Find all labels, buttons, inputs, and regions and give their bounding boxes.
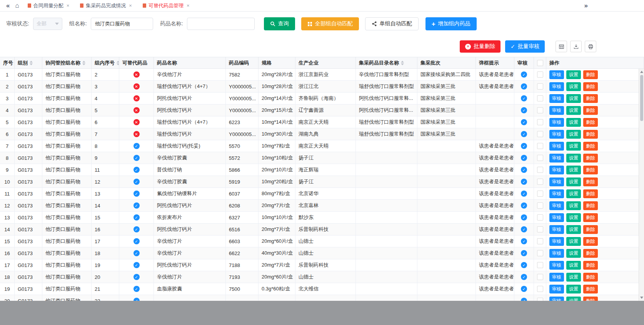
print-icon[interactable]: [585, 41, 596, 52]
row-audit-button[interactable]: 审核: [549, 273, 564, 282]
row-setting-button[interactable]: 设置: [566, 94, 581, 103]
row-delete-button[interactable]: 删除: [583, 130, 598, 139]
row-delete-button[interactable]: 删除: [583, 297, 598, 301]
row-setting-button[interactable]: 设置: [566, 130, 581, 139]
row-delete-button[interactable]: 删除: [583, 154, 598, 162]
sort-icon[interactable]: [401, 61, 404, 65]
tab-replaceable-drug-management[interactable]: 可替代药品管理×: [137, 0, 195, 11]
row-checkbox[interactable]: [537, 83, 543, 90]
row-setting-button[interactable]: 设置: [566, 118, 581, 127]
row-setting-button[interactable]: 设置: [566, 201, 581, 210]
row-audit-button[interactable]: 审核: [549, 213, 564, 222]
column-header-inner_seq[interactable]: 组内序号: [92, 57, 119, 69]
row-checkbox[interactable]: [537, 238, 543, 244]
row-checkbox[interactable]: [537, 131, 543, 137]
row-audit-button[interactable]: 审核: [549, 130, 564, 139]
row-checkbox[interactable]: [537, 262, 543, 268]
row-audit-button[interactable]: 审核: [549, 201, 564, 210]
row-delete-button[interactable]: 删除: [583, 166, 598, 174]
select-all-checkbox[interactable]: [537, 60, 543, 66]
row-delete-button[interactable]: 删除: [583, 225, 598, 234]
row-checkbox[interactable]: [537, 155, 543, 161]
export-icon[interactable]: [570, 41, 582, 52]
add-group-drug-button[interactable]: + 增加组内药品: [425, 17, 477, 30]
row-audit-button[interactable]: 审核: [549, 166, 564, 174]
row-audit-button[interactable]: 审核: [549, 189, 564, 198]
row-audit-button[interactable]: 审核: [549, 297, 564, 301]
close-icon[interactable]: ×: [129, 3, 132, 8]
row-checkbox[interactable]: [537, 95, 543, 101]
row-delete-button[interactable]: 删除: [583, 177, 598, 186]
row-delete-button[interactable]: 删除: [583, 237, 598, 246]
column-header-catalog[interactable]: 集采药品目录名称: [356, 57, 417, 69]
row-setting-button[interactable]: 设置: [566, 154, 581, 162]
row-delete-button[interactable]: 删除: [583, 285, 598, 293]
row-audit-button[interactable]: 审核: [549, 237, 564, 246]
row-checkbox[interactable]: [537, 214, 543, 221]
row-checkbox[interactable]: [537, 202, 543, 209]
row-checkbox[interactable]: [537, 143, 543, 149]
batch-audit-button[interactable]: ✓ 批量审核: [505, 40, 545, 53]
row-setting-button[interactable]: 设置: [566, 225, 581, 234]
close-icon[interactable]: ×: [187, 3, 190, 8]
row-delete-button[interactable]: 删除: [583, 142, 598, 151]
row-setting-button[interactable]: 设置: [566, 82, 581, 91]
row-delete-button[interactable]: 删除: [583, 213, 598, 222]
row-setting-button[interactable]: 设置: [566, 273, 581, 282]
row-setting-button[interactable]: 设置: [566, 189, 581, 198]
column-header-group[interactable]: 组别: [15, 57, 42, 69]
row-checkbox[interactable]: [537, 107, 543, 113]
row-audit-button[interactable]: 审核: [549, 106, 564, 115]
row-delete-button[interactable]: 删除: [583, 118, 598, 127]
row-checkbox[interactable]: [537, 226, 543, 232]
row-audit-button[interactable]: 审核: [549, 225, 564, 234]
row-setting-button[interactable]: 设置: [566, 106, 581, 115]
row-delete-button[interactable]: 删除: [583, 249, 598, 258]
group-name-input[interactable]: [91, 18, 153, 30]
query-button[interactable]: 查询: [264, 17, 295, 30]
row-checkbox[interactable]: [537, 274, 543, 280]
sort-icon[interactable]: [117, 61, 119, 65]
close-icon[interactable]: ×: [67, 3, 70, 8]
home-icon[interactable]: ⌂: [12, 2, 22, 10]
tabs-scroll-right-icon[interactable]: »: [582, 2, 590, 10]
row-audit-button[interactable]: 审核: [549, 249, 564, 258]
row-setting-button[interactable]: 设置: [566, 70, 581, 79]
row-delete-button[interactable]: 删除: [583, 70, 598, 79]
row-delete-button[interactable]: 删除: [583, 106, 598, 115]
row-delete-button[interactable]: 删除: [583, 201, 598, 210]
batch-delete-button[interactable]: ✕ 批量删除: [460, 40, 501, 53]
row-checkbox[interactable]: [537, 179, 543, 185]
row-audit-button[interactable]: 审核: [549, 70, 564, 79]
row-delete-button[interactable]: 删除: [583, 273, 598, 282]
tabs-scroll-left-icon[interactable]: «: [4, 2, 12, 10]
row-setting-button[interactable]: 设置: [566, 237, 581, 246]
row-audit-button[interactable]: 审核: [549, 82, 564, 91]
row-audit-button[interactable]: 审核: [549, 94, 564, 103]
row-checkbox[interactable]: [537, 250, 543, 256]
row-delete-button[interactable]: 删除: [583, 261, 598, 270]
row-checkbox[interactable]: [537, 119, 543, 125]
auto-match-all-button[interactable]: 全部组自动匹配: [301, 17, 359, 30]
row-setting-button[interactable]: 设置: [566, 261, 581, 270]
sort-icon[interactable]: [82, 61, 85, 65]
row-checkbox[interactable]: [537, 298, 543, 301]
row-delete-button[interactable]: 删除: [583, 82, 598, 91]
vertical-scrollbar[interactable]: [639, 69, 644, 301]
row-setting-button[interactable]: 设置: [566, 142, 581, 151]
row-audit-button[interactable]: 审核: [549, 154, 564, 162]
row-delete-button[interactable]: 删除: [583, 94, 598, 103]
row-audit-button[interactable]: 审核: [549, 261, 564, 270]
tab-procurement-drug-completion[interactable]: 集采药品完成情况×: [75, 0, 137, 11]
column-header-group_name[interactable]: 协同管控组名称: [42, 57, 92, 69]
row-audit-button[interactable]: 审核: [549, 285, 564, 293]
row-setting-button[interactable]: 设置: [566, 213, 581, 222]
row-setting-button[interactable]: 设置: [566, 166, 581, 174]
row-checkbox[interactable]: [537, 167, 543, 173]
table-columns-icon[interactable]: [556, 41, 567, 52]
row-delete-button[interactable]: 删除: [583, 189, 598, 198]
sort-icon[interactable]: [30, 61, 33, 65]
row-checkbox[interactable]: [537, 286, 543, 292]
row-audit-button[interactable]: 审核: [549, 177, 564, 186]
scroll-down-icon[interactable]: [640, 297, 643, 299]
